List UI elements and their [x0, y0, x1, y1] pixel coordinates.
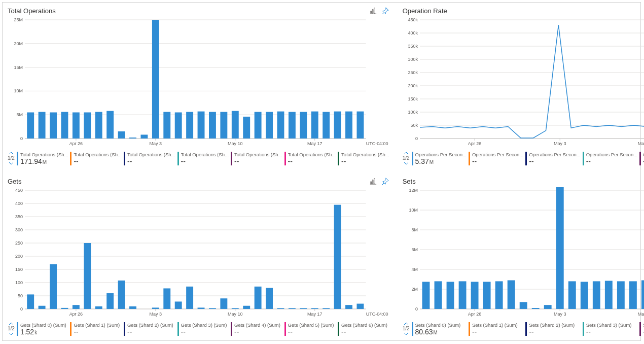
svg-rect-136: [311, 308, 318, 309]
legend-value: --: [288, 328, 336, 336]
legend-item[interactable]: Gets (Shard 5) (Sum)--: [284, 322, 336, 336]
legend-swatch: [70, 152, 71, 165]
panel-title: Total Operations: [8, 7, 56, 15]
legend-item[interactable]: Operations Per Secon...--: [583, 152, 637, 165]
svg-text:May 17: May 17: [307, 141, 322, 146]
chart-area[interactable]: 050100150200250300350400450Apr 26May 3Ma…: [8, 187, 389, 318]
pin-icon[interactable]: [381, 177, 389, 185]
svg-rect-172: [507, 280, 515, 309]
svg-rect-170: [483, 282, 490, 309]
legend-value: --: [341, 157, 389, 165]
svg-rect-41: [243, 117, 250, 139]
chart-area[interactable]: 05M10M15M20M25MApr 26May 3May 10May 17UT…: [8, 17, 389, 148]
panel-header: Total Operations: [8, 7, 389, 15]
panel-actions: [369, 7, 389, 15]
legend-value: --: [181, 328, 229, 336]
legend-item[interactable]: Sets (Shard 4) (Sum)--: [639, 322, 644, 336]
legend-label: Gets (Shard 2) (Sum): [127, 322, 175, 328]
legend-item[interactable]: Operations Per Secon...--: [639, 152, 644, 165]
legend-swatch: [639, 322, 641, 336]
svg-rect-118: [95, 306, 102, 309]
legend-item[interactable]: Sets (Shard 2) (Sum)--: [525, 322, 580, 336]
legend-item[interactable]: Gets (Shard 6) (Sum)--: [338, 322, 389, 336]
chart-area[interactable]: 02M4M6M8M10M12MApr 26May 3May 10May 17UT…: [403, 187, 644, 318]
legend-item[interactable]: Sets (Shard 3) (Sum)--: [583, 322, 637, 336]
legend-value: 5.37M: [415, 157, 467, 165]
svg-rect-115: [61, 308, 68, 309]
legend-item[interactable]: Total Operations (Sh...--: [124, 152, 175, 165]
legend-swatch: [124, 322, 125, 336]
legend-item[interactable]: Gets (Shard 0) (Sum)1.52k: [17, 322, 68, 336]
svg-text:May 10: May 10: [637, 141, 644, 146]
legend-item[interactable]: Sets (Shard 0) (Sum)80.63M: [412, 322, 467, 336]
panel-total-operations: Total Operations 05M10M15M20M25MApr 26Ma…: [3, 3, 395, 170]
legend-item[interactable]: Total Operations (Sh...--: [338, 152, 389, 165]
svg-rect-29: [106, 111, 114, 139]
legend-pager[interactable]: 1/2: [403, 321, 412, 336]
svg-rect-168: [458, 281, 466, 309]
legend-label: Sets (Shard 0) (Sum): [415, 322, 467, 328]
svg-rect-113: [39, 306, 46, 309]
svg-rect-37: [198, 112, 205, 139]
legend-item[interactable]: Gets (Shard 1) (Sum)--: [70, 322, 122, 336]
svg-rect-182: [629, 281, 637, 309]
svg-rect-22: [27, 112, 34, 138]
legend-item[interactable]: Total Operations (Sh...--: [70, 152, 122, 165]
legend-value: --: [288, 157, 336, 165]
legend-swatch: [284, 152, 286, 165]
legend-item[interactable]: Total Operations (Sh...171.94M: [17, 152, 68, 165]
svg-rect-23: [39, 112, 46, 139]
svg-text:400: 400: [15, 201, 23, 206]
svg-text:250: 250: [15, 240, 23, 246]
svg-rect-40: [232, 111, 239, 139]
panel-header: Gets: [8, 177, 389, 185]
svg-text:May 10: May 10: [637, 312, 644, 317]
svg-rect-179: [592, 281, 600, 309]
legend-swatch: [231, 152, 232, 165]
legend-swatch: [469, 152, 470, 165]
panel-operation-rate: Operation Rate 050k100k150k200k250k300k3…: [398, 3, 644, 170]
svg-text:300k: 300k: [408, 57, 418, 62]
svg-text:0: 0: [20, 136, 23, 141]
legend-label: Sets (Shard 3) (Sum): [586, 322, 637, 328]
legend-pager[interactable]: 1/2: [8, 151, 17, 166]
legend-value: --: [472, 157, 523, 165]
legend-value: --: [586, 157, 637, 165]
legend-item[interactable]: Total Operations (Sh...--: [231, 152, 282, 165]
svg-text:4M: 4M: [411, 267, 417, 272]
legend-label: Total Operations (Sh...: [74, 152, 122, 157]
legend-swatch: [17, 152, 18, 165]
legend-item[interactable]: Gets (Shard 3) (Sum)--: [177, 322, 229, 336]
legend-item[interactable]: Operations Per Secon...--: [469, 152, 523, 165]
legend-swatch: [177, 152, 179, 165]
svg-text:0: 0: [415, 306, 418, 312]
bar-chart-icon[interactable]: [369, 7, 377, 15]
legend-item[interactable]: Operations Per Secon...5.37M: [412, 152, 467, 165]
panel-actions: [369, 177, 389, 185]
legend-item[interactable]: Sets (Shard 1) (Sum)--: [469, 322, 523, 336]
legend-label: Total Operations (Sh...: [234, 152, 282, 157]
legend-item[interactable]: Total Operations (Sh...--: [177, 152, 229, 165]
panel-title: Gets: [8, 178, 21, 185]
svg-rect-135: [300, 308, 307, 309]
legend-pager[interactable]: 1/2: [8, 321, 17, 336]
svg-text:350k: 350k: [408, 44, 418, 49]
legend-item[interactable]: Total Operations (Sh...--: [284, 152, 336, 165]
legend-item[interactable]: Operations Per Secon...--: [525, 152, 580, 165]
legend-value: --: [234, 328, 282, 336]
svg-text:250k: 250k: [408, 70, 418, 75]
svg-text:450: 450: [15, 188, 23, 193]
pin-icon[interactable]: [381, 7, 389, 15]
legend-swatch: [70, 322, 71, 336]
chart-area[interactable]: 050k100k150k200k250k300k350k400k450kApr …: [403, 17, 644, 148]
svg-text:May 3: May 3: [150, 312, 162, 317]
legend-item[interactable]: Gets (Shard 4) (Sum)--: [231, 322, 282, 336]
panel-title: Sets: [403, 178, 416, 185]
svg-rect-140: [356, 304, 364, 309]
svg-rect-32: [140, 134, 148, 138]
legend-value: --: [127, 328, 175, 336]
legend-pager[interactable]: 1/2: [403, 151, 412, 166]
legend-item[interactable]: Gets (Shard 2) (Sum)--: [124, 322, 175, 336]
svg-text:0: 0: [20, 306, 23, 312]
bar-chart-icon[interactable]: [369, 177, 377, 185]
